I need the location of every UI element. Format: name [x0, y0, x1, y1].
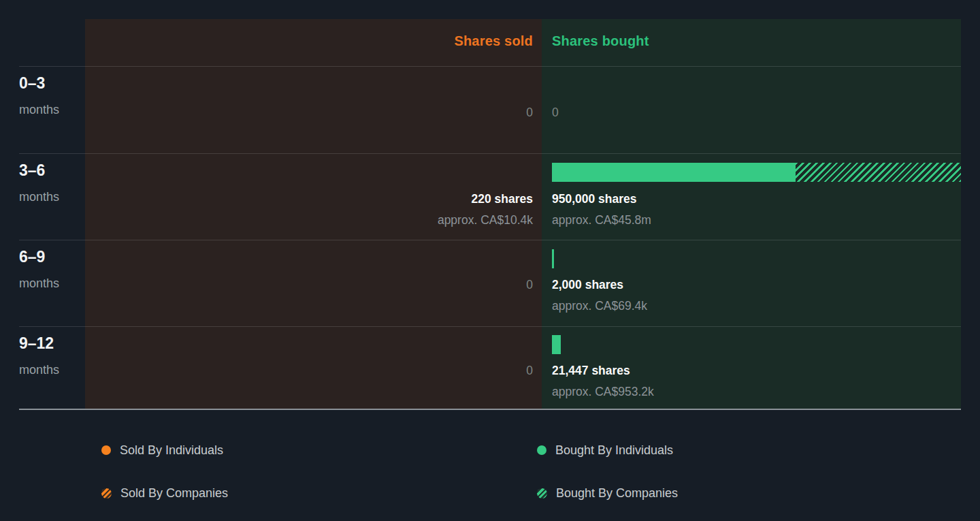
bought-value-0-3: 0 — [552, 105, 559, 120]
legend-sold-companies: Sold By Companies — [101, 487, 228, 499]
bought-approx-6-9: approx. CA$69.4k — [552, 298, 647, 313]
shares-bought-header: Shares bought — [552, 33, 649, 49]
row-divider — [19, 153, 961, 154]
bought-approx-3-6: approx. CA$45.8m — [552, 212, 651, 227]
bought-companies-hatch-icon — [537, 488, 547, 499]
bought-approx-9-12: approx. CA$953.2k — [552, 384, 654, 399]
row-divider — [19, 66, 961, 67]
legend-label: Bought By Companies — [556, 487, 678, 499]
legend-bought-companies: Bought By Companies — [537, 487, 678, 499]
axis-baseline — [19, 409, 961, 410]
legend-label: Bought By Individuals — [555, 444, 673, 456]
legend-label: Sold By Companies — [120, 487, 228, 499]
bought-individuals-dot-icon — [537, 445, 546, 455]
legend-sold-individuals: Sold By Individuals — [101, 444, 223, 456]
bought-bar-6-9 — [552, 249, 554, 268]
row-divider — [19, 326, 961, 327]
period-label-6-9: 6–9 — [19, 247, 45, 266]
sold-value-6-9: 0 — [85, 277, 533, 292]
bought-bar-3-6 — [552, 163, 961, 182]
bought-bar-companies-segment — [796, 163, 961, 182]
bought-shares-9-12: 21,447 shares — [552, 363, 630, 378]
shares-sold-header: Shares sold — [85, 33, 533, 49]
period-label-0-3: 0–3 — [19, 74, 45, 93]
sold-value-9-12: 0 — [85, 363, 533, 378]
insider-trading-chart: Shares sold Shares bought 0–3 months 3–6… — [0, 0, 980, 521]
period-unit-3-6: months — [19, 189, 59, 204]
sold-approx-3-6: approx. CA$10.4k — [85, 212, 533, 227]
period-unit-9-12: months — [19, 362, 59, 377]
period-unit-0-3: months — [19, 102, 59, 117]
legend-bought-individuals: Bought By Individuals — [537, 444, 673, 456]
sold-value-0-3: 0 — [85, 105, 533, 120]
bought-shares-6-9: 2,000 shares — [552, 277, 623, 292]
bought-bar-individuals-segment — [552, 163, 796, 182]
period-label-9-12: 9–12 — [19, 334, 54, 353]
sold-shares-3-6: 220 shares — [85, 191, 533, 206]
legend-label: Sold By Individuals — [120, 444, 223, 456]
period-label-3-6: 3–6 — [19, 161, 45, 180]
period-unit-6-9: months — [19, 276, 59, 291]
row-divider — [19, 240, 961, 240]
sold-companies-hatch-icon — [101, 488, 112, 499]
bought-shares-3-6: 950,000 shares — [552, 191, 637, 206]
sold-individuals-dot-icon — [101, 445, 111, 455]
bought-bar-9-12 — [552, 335, 561, 354]
